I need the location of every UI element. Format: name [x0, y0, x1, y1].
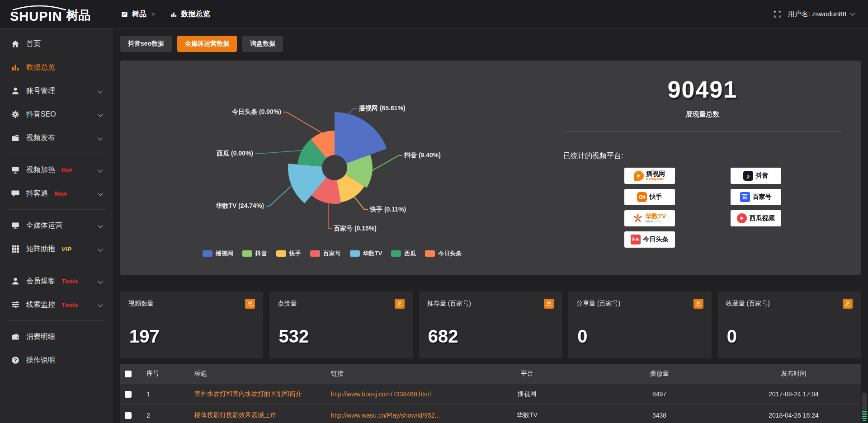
sidebar-item-label: 数据总览	[26, 63, 55, 72]
legend-item-抖音[interactable]: 抖音	[242, 249, 267, 258]
legend-swatch	[242, 250, 252, 257]
total-badge[interactable]: 总	[245, 299, 255, 309]
slice-label-播视网: 播视网 (65.61%)	[359, 104, 406, 112]
sidebar-item-11[interactable]: 消费明细	[0, 325, 113, 348]
platform-col-left: 播视网boosj.com快手华数TVwasu.cn头条今日头条	[624, 168, 675, 248]
breadcrumb-separator: >	[151, 11, 155, 18]
platforms-title: 已统计的视频平台:	[563, 151, 861, 161]
legend-swatch	[350, 250, 360, 257]
stat-card-1: 点赞量 总 532	[269, 291, 412, 358]
row-checkbox[interactable]	[125, 391, 132, 398]
legend-item-百家号[interactable]: 百家号	[310, 249, 341, 258]
cell-link[interactable]: http://www.boosj.com/7338468.html	[326, 384, 462, 405]
table-body: 1 室外水纹灯和室内水纹灯的区别和简介 http://www.boosj.com…	[120, 384, 861, 423]
sidebar-item-4[interactable]: 视频发布	[0, 126, 113, 150]
tab-1[interactable]: 全媒体运营数据	[177, 36, 237, 52]
sidebar-item-1[interactable]: 数据总览	[0, 56, 113, 79]
total-badge[interactable]: 总	[843, 299, 853, 309]
cell-published: 2018-04-26 16:24	[726, 405, 861, 423]
sidebar-item-label: 操作说明	[26, 356, 55, 365]
total-badge[interactable]: 总	[544, 299, 554, 309]
slice-label-快手: 快手 (0.11%)	[369, 206, 406, 213]
sidebar-item-9[interactable]: 会员爆客Tools	[0, 269, 113, 293]
stat-card-label: 点赞量	[278, 300, 297, 308]
sidebar-item-6[interactable]: 抖客通New	[0, 182, 113, 205]
topbar: SHUPIN 树品 树品 > 数据总览 用户名: zswodun88	[0, 0, 868, 28]
sidebar-item-2[interactable]: 账号管理	[0, 79, 113, 103]
logo-text: SHUPIN	[10, 5, 62, 23]
label-line-华数TV	[266, 186, 292, 206]
videos-table: 序号标题链接平台播放量发布时间 1 室外水纹灯和室内水纹灯的区别和简介 http…	[120, 364, 861, 423]
legend-label: 今日头条	[438, 249, 462, 258]
platform-name: 西瓜视频	[750, 215, 775, 221]
legend-item-播视网[interactable]: 播视网	[203, 249, 233, 258]
gear-icon	[11, 110, 20, 119]
help-icon: ?	[11, 356, 20, 365]
total-badge[interactable]: 总	[395, 299, 405, 309]
chevron-down-icon	[98, 88, 103, 93]
divider	[563, 131, 842, 132]
legend-item-快手[interactable]: 快手	[276, 249, 301, 258]
select-all-header	[120, 364, 142, 384]
cell-title[interactable]: 楼体投影灯投影效果震撼上市	[190, 405, 326, 423]
legend-item-今日头条[interactable]: 今日头条	[425, 249, 462, 258]
cell-title[interactable]: 室外水纹灯和室内水纹灯的区别和简介	[190, 384, 326, 405]
sidebar-item-8[interactable]: 矩阵助推VIP	[0, 237, 113, 261]
breadcrumb: 树品 > 数据总览	[121, 9, 210, 19]
sidebar-item-7[interactable]: 全媒体运营	[0, 214, 113, 237]
sidebar: 首页数据总览账号管理抖音SEO视频发布视频加热Hot抖客通New全媒体运营矩阵助…	[0, 28, 113, 423]
topbar-right: 用户名: zswodun88	[774, 10, 868, 19]
slice-label-西瓜: 西瓜 (0.00%)	[217, 150, 253, 157]
rose-hole	[322, 155, 347, 180]
sidebar-item-12[interactable]: ?操作说明	[0, 348, 113, 372]
app-logo: SHUPIN 树品	[0, 5, 113, 24]
platform-name: 播视网	[646, 170, 665, 177]
sidebar-item-5[interactable]: 视频加热Hot	[0, 158, 113, 182]
stat-card-4: 收藏量 (百家号) 总 0	[718, 291, 861, 358]
sidebar-item-badge: Tools	[61, 278, 78, 285]
stat-card-label: 视频数量	[128, 300, 154, 308]
legend-item-西瓜[interactable]: 西瓜	[391, 249, 416, 258]
select-all-checkbox[interactable]	[125, 371, 132, 377]
chevron-down-icon	[98, 135, 103, 140]
logo-cn-text: 树品	[66, 5, 91, 24]
sidebar-item-0[interactable]: 首页	[0, 32, 113, 56]
stats-row: 视频数量 总 197 点赞量 总 532 推荐量 (百家号) 总 682 分享量…	[120, 291, 861, 358]
sidebar-item-3[interactable]: 抖音SEO	[0, 103, 113, 126]
tab-2[interactable]: 询盘数据	[242, 36, 283, 52]
tab-bar: 抖音seo数据全媒体运营数据询盘数据	[120, 36, 861, 52]
legend-swatch	[310, 250, 320, 257]
platform-badge-播视网: 播视网boosj.com	[624, 168, 675, 184]
chevron-down-icon[interactable]	[850, 10, 855, 15]
cell-link[interactable]: http://www.wasu.cn/Play/show/id/952...	[326, 405, 462, 423]
platform-grid: 播视网boosj.com快手华数TVwasu.cn头条今日头条 ♪抖音百百家号西…	[544, 168, 861, 248]
label-line-播视网	[349, 108, 357, 114]
table-header-row: 序号标题链接平台播放量发布时间	[120, 364, 861, 384]
total-badge[interactable]: 总	[693, 299, 703, 309]
kuaishou-logo-icon	[637, 192, 647, 202]
cell-platform: 华数TV	[462, 405, 592, 423]
stat-card-value: 0	[718, 316, 861, 358]
legend-label: 抖音	[255, 249, 267, 258]
tab-0[interactable]: 抖音seo数据	[120, 36, 172, 52]
username[interactable]: 用户名: zswodun88	[788, 10, 846, 19]
row-checkbox[interactable]	[125, 412, 132, 419]
legend-item-华数TV[interactable]: 华数TV	[350, 249, 382, 258]
table-row-0: 1 室外水纹灯和室内水纹灯的区别和简介 http://www.boosj.com…	[120, 384, 861, 405]
fullscreen-icon[interactable]	[774, 11, 781, 18]
cell-plays: 8497	[592, 384, 726, 405]
summary-panel: 90491 展现量总数 已统计的视频平台: 播视网boosj.com快手华数TV…	[544, 61, 861, 275]
legend-label: 快手	[289, 249, 301, 258]
platform-name: 抖音	[756, 172, 769, 179]
cell-index: 2	[142, 405, 190, 423]
sidebar-item-10[interactable]: 线索监控Tools	[0, 293, 113, 316]
chart-legend: 播视网抖音快手百家号华数TV西瓜今日头条	[120, 249, 544, 258]
total-impressions-value: 90491	[544, 76, 861, 103]
breadcrumb-root[interactable]: 树品	[132, 9, 146, 19]
stat-card-label: 收藏量 (百家号)	[726, 300, 770, 308]
chevron-down-icon	[98, 223, 103, 228]
label-line-快手	[354, 197, 368, 210]
platform-badge-华数TV: 华数TVwasu.cn	[624, 210, 675, 226]
breadcrumb-current[interactable]: 数据总览	[181, 9, 210, 19]
legend-swatch	[276, 250, 286, 257]
